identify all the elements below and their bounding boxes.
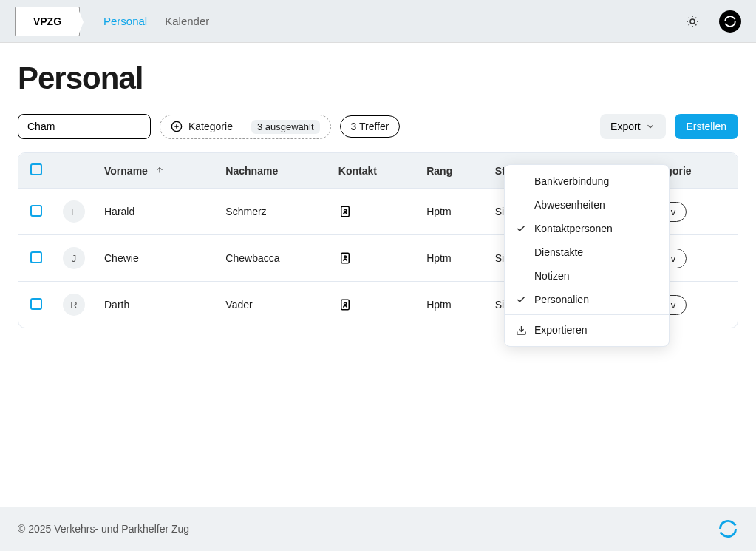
footer: © 2025 Verkehrs- und Parkhelfer Zug [0, 507, 756, 551]
col-rang[interactable]: Rang [418, 153, 486, 189]
dropdown-item-label: Dienstakte [534, 246, 583, 258]
dropdown-item-label: Bankverbindung [534, 175, 609, 187]
check-icon [515, 223, 527, 234]
dropdown-item[interactable]: Abwesenheiten [505, 193, 669, 217]
footer-text: © 2025 Verkehrs- und Parkhelfer Zug [18, 523, 189, 535]
chevron-down-icon [645, 121, 655, 132]
cell-kontakt [330, 282, 418, 328]
cell-vorname: Harald [95, 189, 217, 235]
cell-rang: Hptm [418, 189, 486, 235]
dropdown-item[interactable]: Personalien [505, 288, 669, 311]
cell-nachname: Schmerz [217, 189, 329, 235]
download-icon [515, 325, 527, 336]
dropdown-item-label: Personalien [534, 294, 589, 305]
col-vorname-label: Vorname [104, 165, 148, 177]
nav-kalender[interactable]: Kalender [165, 15, 209, 27]
category-filter[interactable]: Kategorie 3 ausgewählt [160, 115, 331, 139]
sync-icon [723, 15, 737, 28]
dropdown-export-label: Exportieren [534, 324, 588, 336]
main-nav: Personal Kalender [103, 15, 209, 27]
dropdown-item[interactable]: Bankverbindung [505, 169, 669, 193]
selected-count: 3 ausgewählt [251, 120, 320, 134]
dropdown-export-action[interactable]: Exportieren [505, 318, 669, 342]
export-button[interactable]: Export [600, 114, 665, 139]
user-badge[interactable] [719, 10, 741, 33]
separator [242, 121, 242, 132]
export-label: Export [610, 121, 640, 132]
avatar: R [63, 294, 85, 316]
col-vorname[interactable]: Vorname [95, 153, 217, 189]
cell-rang: Hptm [418, 235, 486, 282]
dropdown-separator [505, 314, 669, 315]
row-checkbox[interactable] [30, 251, 42, 263]
footer-sync-icon [718, 518, 738, 539]
export-dropdown: BankverbindungAbwesenheitenKontaktperson… [504, 164, 670, 347]
row-checkbox[interactable] [30, 205, 42, 217]
contact-icon [338, 251, 352, 265]
cell-nachname: Chewbacca [217, 235, 329, 282]
col-kontakt[interactable]: Kontakt [330, 153, 418, 189]
cell-vorname: Chewie [95, 235, 217, 282]
dropdown-item-label: Abwesenheiten [534, 199, 605, 211]
sort-asc-icon [155, 165, 164, 177]
hits-pill: 3 Treffer [340, 115, 401, 138]
sun-icon [686, 15, 699, 28]
dropdown-item-label: Kontaktpersonen [534, 223, 613, 234]
dropdown-item[interactable]: Dienstakte [505, 240, 669, 264]
svg-point-5 [344, 256, 346, 258]
cell-kontakt [330, 189, 418, 235]
dropdown-item[interactable]: Notizen [505, 264, 669, 288]
dropdown-item[interactable]: Kontaktpersonen [505, 217, 669, 240]
contact-icon [338, 298, 352, 311]
check-icon [515, 294, 527, 305]
svg-point-3 [344, 209, 346, 212]
theme-toggle[interactable] [681, 10, 704, 33]
contact-icon [338, 205, 352, 218]
avatar: J [63, 247, 85, 269]
category-label: Kategorie [188, 121, 233, 132]
page-title: Personal [18, 61, 738, 96]
cell-vorname: Darth [95, 282, 217, 328]
logo[interactable]: VPZG [15, 7, 80, 36]
avatar: F [63, 200, 85, 223]
cell-rang: Hptm [418, 282, 486, 328]
nav-personal[interactable]: Personal [103, 15, 147, 27]
dropdown-item-label: Notizen [534, 270, 569, 282]
create-button[interactable]: Erstellen [675, 114, 738, 139]
search-input[interactable] [18, 114, 151, 139]
svg-point-7 [344, 302, 346, 305]
plus-icon [171, 121, 183, 132]
col-nachname[interactable]: Nachname [217, 153, 329, 189]
row-checkbox[interactable] [30, 298, 42, 310]
toolbar: Kategorie 3 ausgewählt 3 Treffer Export … [18, 114, 738, 139]
cell-kontakt [330, 235, 418, 282]
cell-nachname: Vader [217, 282, 329, 328]
select-all-checkbox[interactable] [30, 163, 42, 175]
svg-point-0 [690, 19, 695, 24]
app-header: VPZG Personal Kalender [0, 0, 756, 43]
